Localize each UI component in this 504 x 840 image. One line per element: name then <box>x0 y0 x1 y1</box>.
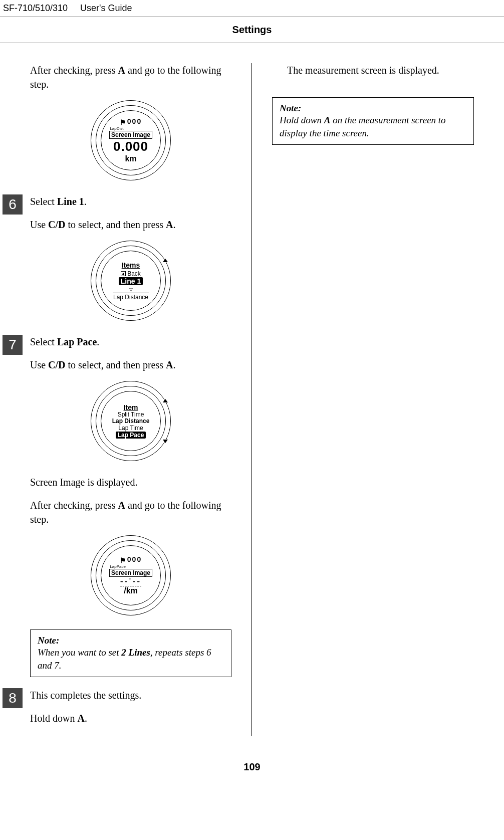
intro-block: After checking, press A and go to the fo… <box>30 63 231 180</box>
step7-line1: Select Lap Pace. <box>30 335 231 349</box>
left-column: After checking, press A and go to the fo… <box>0 63 252 736</box>
note-box-measurement: Note: Hold down A on the measurement scr… <box>272 97 474 145</box>
model-number: SF-710/510/310 <box>3 3 68 13</box>
step8-line1: This completes the settings. <box>30 688 231 702</box>
down-arrow-icon <box>163 440 168 443</box>
figure-screen-image-2: ⚑000 LapPace Screen Image --'-- /km <box>30 535 231 615</box>
watch-illustration: Items Back Line 1 ▽ Lap Distance <box>91 241 171 321</box>
step7-line2: Use C/D to select, and then press A. <box>30 358 231 372</box>
intro-text: After checking, press A and go to the fo… <box>30 63 231 91</box>
watch-illustration: Item Split Time Lap Distance Lap Time La… <box>91 381 171 461</box>
note-body: Hold down A on the measurement screen to… <box>280 114 466 139</box>
step-7-block: 7 Select Lap Pace. Use C/D to select, an… <box>30 335 231 677</box>
up-arrow-icon <box>163 399 168 402</box>
note-label: Note: <box>280 103 466 114</box>
page: SF-710/510/310 User's Guide Settings Aft… <box>0 0 504 788</box>
watch-illustration: ⚑000 LapDist. Screen Image 0.000 km <box>91 100 171 180</box>
note-label: Note: <box>38 635 224 646</box>
back-icon <box>121 271 126 276</box>
step6-line2: Use C/D to select, and then press A. <box>30 218 231 232</box>
flag-icon: ⚑ <box>120 556 126 564</box>
section-title-bar: Settings <box>0 17 504 43</box>
content-columns: After checking, press A and go to the fo… <box>0 43 504 751</box>
figure-screen-image-1: ⚑000 LapDist. Screen Image 0.000 km <box>30 100 231 180</box>
step-6-block: 6 Select Line 1. Use C/D to select, and … <box>30 194 231 321</box>
step7-after1: Screen Image is displayed. <box>30 475 231 489</box>
guide-label: User's Guide <box>80 3 132 13</box>
note-body: When you want to set 2 Lines, repeats st… <box>38 646 224 672</box>
watch-illustration: ⚑000 LapPace Screen Image --'-- /km <box>91 535 171 615</box>
selected-item: Line 1 <box>119 277 143 285</box>
section-title: Settings <box>0 17 504 43</box>
step6-line1: Select Line 1. <box>30 194 231 208</box>
step-8-block: 8 This completes the settings. Hold down… <box>30 688 231 725</box>
flag-icon: ⚑ <box>120 118 126 126</box>
step-number-8: 8 <box>3 688 23 708</box>
step-number-6: 6 <box>3 194 23 215</box>
step8-line2: Hold down A. <box>30 711 231 725</box>
right-column: The measurement screen is displayed. Not… <box>252 63 504 736</box>
step7-after2: After checking, press A and go to the fo… <box>30 498 231 526</box>
right-intro: The measurement screen is displayed. <box>272 63 474 77</box>
figure-item-menu: Item Split Time Lap Distance Lap Time La… <box>30 381 231 461</box>
document-header: SF-710/510/310 User's Guide <box>0 0 504 17</box>
note-box-2lines: Note: When you want to set 2 Lines, repe… <box>30 629 231 677</box>
up-arrow-icon <box>163 259 168 262</box>
page-number: 109 <box>0 751 504 788</box>
figure-items-menu: Items Back Line 1 ▽ Lap Distance <box>30 241 231 321</box>
selected-item: Lap Pace <box>116 432 146 439</box>
step-number-7: 7 <box>3 335 23 355</box>
